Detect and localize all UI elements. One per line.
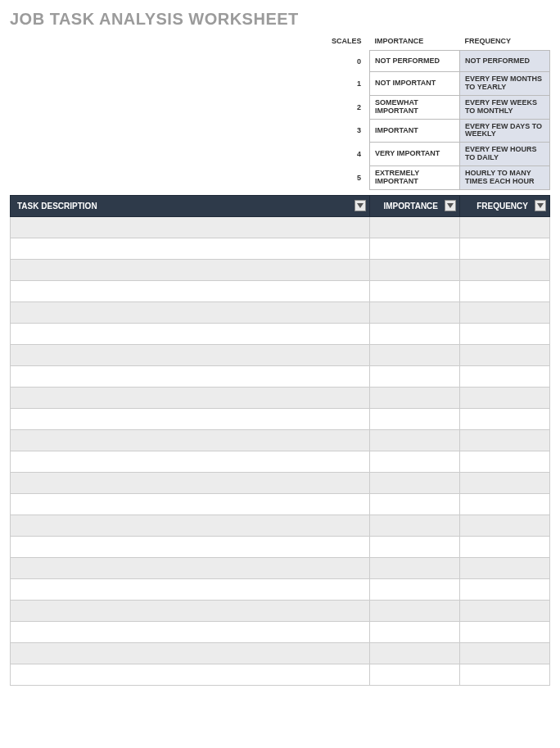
frequency-cell[interactable] bbox=[460, 408, 550, 429]
frequency-cell[interactable] bbox=[460, 493, 550, 515]
scale-frequency-cell: EVERY FEW MONTHS TO YEARLY bbox=[460, 72, 550, 96]
scale-number: 2 bbox=[321, 95, 370, 119]
task-cell[interactable] bbox=[11, 429, 370, 451]
frequency-cell[interactable] bbox=[460, 451, 550, 472]
importance-cell[interactable] bbox=[370, 621, 460, 642]
importance-cell[interactable] bbox=[370, 642, 460, 664]
importance-cell[interactable] bbox=[370, 301, 460, 323]
table-row bbox=[11, 515, 550, 536]
task-cell[interactable] bbox=[11, 408, 370, 429]
scales-table: SCALES IMPORTANCE FREQUENCY 0NOT PERFORM… bbox=[321, 34, 551, 190]
frequency-cell[interactable] bbox=[460, 472, 550, 493]
importance-cell[interactable] bbox=[370, 472, 460, 493]
task-cell[interactable] bbox=[11, 621, 370, 642]
frequency-cell[interactable] bbox=[460, 621, 550, 642]
task-cell[interactable] bbox=[11, 365, 370, 387]
task-cell[interactable] bbox=[11, 557, 370, 578]
task-cell[interactable] bbox=[11, 536, 370, 557]
scale-number: 5 bbox=[321, 166, 370, 190]
importance-cell[interactable] bbox=[370, 536, 460, 557]
frequency-cell[interactable] bbox=[460, 578, 550, 600]
task-cell[interactable] bbox=[11, 493, 370, 515]
task-cell[interactable] bbox=[11, 451, 370, 472]
importance-cell[interactable] bbox=[370, 451, 460, 472]
col-header-importance[interactable]: IMPORTANCE bbox=[370, 195, 460, 216]
table-row bbox=[11, 429, 550, 451]
task-cell[interactable] bbox=[11, 280, 370, 301]
scale-frequency-cell: EVERY FEW WEEKS TO MONTHLY bbox=[460, 95, 550, 119]
task-table: TASK DESCRIPTION IMPORTANCE FREQUENCY bbox=[10, 195, 550, 686]
frequency-cell[interactable] bbox=[460, 344, 550, 365]
importance-cell[interactable] bbox=[370, 557, 460, 578]
task-cell[interactable] bbox=[11, 323, 370, 344]
col-header-frequency[interactable]: FREQUENCY bbox=[460, 195, 550, 216]
importance-cell[interactable] bbox=[370, 664, 460, 685]
filter-dropdown-icon[interactable] bbox=[355, 200, 366, 211]
frequency-cell[interactable] bbox=[460, 365, 550, 387]
importance-cell[interactable] bbox=[370, 493, 460, 515]
frequency-cell[interactable] bbox=[460, 238, 550, 259]
scale-importance-cell: SOMEWHAT IMPORTANT bbox=[370, 95, 460, 119]
importance-cell[interactable] bbox=[370, 365, 460, 387]
importance-cell[interactable] bbox=[370, 344, 460, 365]
importance-cell[interactable] bbox=[370, 515, 460, 536]
importance-cell[interactable] bbox=[370, 408, 460, 429]
task-cell[interactable] bbox=[11, 515, 370, 536]
table-row bbox=[11, 408, 550, 429]
frequency-cell[interactable] bbox=[460, 557, 550, 578]
table-row bbox=[11, 259, 550, 280]
frequency-cell[interactable] bbox=[460, 536, 550, 557]
task-cell[interactable] bbox=[11, 600, 370, 621]
task-cell[interactable] bbox=[11, 664, 370, 685]
filter-dropdown-icon[interactable] bbox=[535, 200, 546, 211]
frequency-cell[interactable] bbox=[460, 301, 550, 323]
task-cell[interactable] bbox=[11, 578, 370, 600]
table-row bbox=[11, 301, 550, 323]
frequency-cell[interactable] bbox=[460, 216, 550, 238]
frequency-cell[interactable] bbox=[460, 387, 550, 408]
scale-frequency-cell: NOT PERFORMED bbox=[460, 51, 550, 72]
page-title: JOB TASK ANALYSIS WORKSHEET bbox=[10, 10, 550, 29]
scale-number: 0 bbox=[321, 51, 370, 72]
frequency-cell[interactable] bbox=[460, 259, 550, 280]
frequency-cell[interactable] bbox=[460, 515, 550, 536]
scales-header-importance: IMPORTANCE bbox=[370, 34, 460, 51]
svg-marker-1 bbox=[447, 203, 454, 208]
importance-cell[interactable] bbox=[370, 387, 460, 408]
frequency-cell[interactable] bbox=[460, 664, 550, 685]
importance-cell[interactable] bbox=[370, 578, 460, 600]
scales-header-scales: SCALES bbox=[321, 34, 370, 51]
table-row bbox=[11, 216, 550, 238]
importance-cell[interactable] bbox=[370, 238, 460, 259]
importance-cell[interactable] bbox=[370, 280, 460, 301]
frequency-cell[interactable] bbox=[460, 642, 550, 664]
frequency-cell[interactable] bbox=[460, 600, 550, 621]
importance-cell[interactable] bbox=[370, 259, 460, 280]
task-cell[interactable] bbox=[11, 301, 370, 323]
col-header-task[interactable]: TASK DESCRIPTION bbox=[11, 195, 370, 216]
importance-cell[interactable] bbox=[370, 216, 460, 238]
scale-number: 4 bbox=[321, 143, 370, 166]
table-row bbox=[11, 472, 550, 493]
importance-cell[interactable] bbox=[370, 600, 460, 621]
task-cell[interactable] bbox=[11, 216, 370, 238]
svg-marker-2 bbox=[537, 203, 544, 208]
scales-legend: SCALES IMPORTANCE FREQUENCY 0NOT PERFORM… bbox=[10, 34, 550, 190]
frequency-cell[interactable] bbox=[460, 429, 550, 451]
table-row bbox=[11, 365, 550, 387]
importance-cell[interactable] bbox=[370, 323, 460, 344]
frequency-cell[interactable] bbox=[460, 323, 550, 344]
importance-cell[interactable] bbox=[370, 429, 460, 451]
task-cell[interactable] bbox=[11, 472, 370, 493]
table-row bbox=[11, 323, 550, 344]
task-cell[interactable] bbox=[11, 238, 370, 259]
col-header-task-label: TASK DESCRIPTION bbox=[17, 202, 97, 211]
frequency-cell[interactable] bbox=[460, 280, 550, 301]
task-cell[interactable] bbox=[11, 259, 370, 280]
task-cell[interactable] bbox=[11, 642, 370, 664]
task-cell[interactable] bbox=[11, 344, 370, 365]
task-cell[interactable] bbox=[11, 387, 370, 408]
filter-dropdown-icon[interactable] bbox=[445, 200, 456, 211]
scale-importance-cell: VERY IMPORTANT bbox=[370, 143, 460, 166]
scales-header-frequency: FREQUENCY bbox=[460, 34, 550, 51]
